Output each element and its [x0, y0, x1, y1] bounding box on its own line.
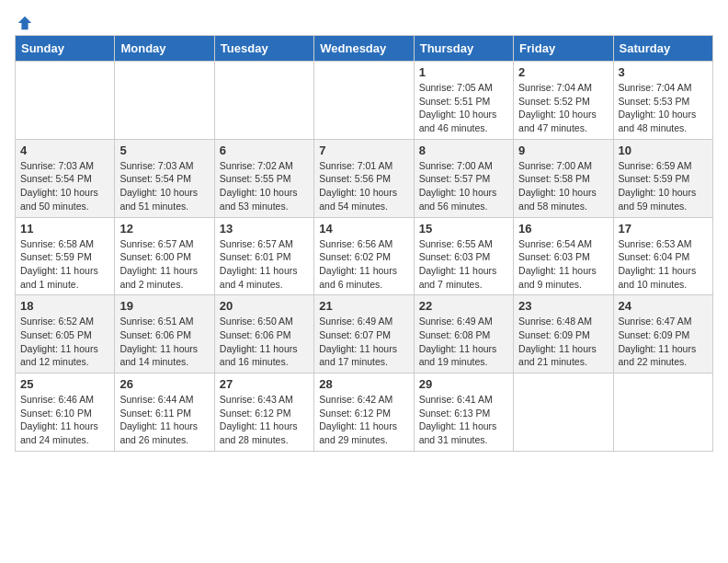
day-info: Sunrise: 6:41 AM Sunset: 6:13 PM Dayligh…: [419, 393, 508, 447]
day-number: 28: [319, 377, 408, 391]
day-info: Sunrise: 6:49 AM Sunset: 6:08 PM Dayligh…: [419, 315, 508, 369]
calendar-day-cell: 17Sunrise: 6:53 AM Sunset: 6:04 PM Dayli…: [613, 217, 712, 295]
calendar-week-row: 4Sunrise: 7:03 AM Sunset: 5:54 PM Daylig…: [16, 139, 713, 217]
calendar-day-cell: 13Sunrise: 6:57 AM Sunset: 6:01 PM Dayli…: [214, 217, 313, 295]
calendar-day-cell: [514, 373, 613, 452]
day-number: 11: [20, 222, 109, 236]
calendar-week-row: 11Sunrise: 6:58 AM Sunset: 5:59 PM Dayli…: [16, 217, 713, 295]
calendar-day-cell: 27Sunrise: 6:43 AM Sunset: 6:12 PM Dayli…: [214, 373, 313, 452]
calendar-week-row: 18Sunrise: 6:52 AM Sunset: 6:05 PM Dayli…: [16, 295, 713, 373]
calendar-day-cell: 21Sunrise: 6:49 AM Sunset: 6:07 PM Dayli…: [314, 295, 414, 373]
day-info: Sunrise: 6:44 AM Sunset: 6:11 PM Dayligh…: [119, 393, 209, 447]
day-number: 4: [20, 144, 109, 157]
day-info: Sunrise: 7:00 AM Sunset: 5:58 PM Dayligh…: [518, 159, 608, 213]
day-number: 2: [518, 65, 608, 79]
day-number: 10: [619, 144, 708, 157]
day-info: Sunrise: 6:56 AM Sunset: 6:02 PM Dayligh…: [319, 237, 408, 292]
calendar-header-cell: Sunday: [16, 36, 115, 62]
calendar-day-cell: [613, 373, 712, 452]
day-number: 16: [518, 222, 608, 236]
calendar-header-cell: Friday: [514, 36, 613, 62]
calendar-header-cell: Tuesday: [214, 36, 313, 62]
calendar-header-row: SundayMondayTuesdayWednesdayThursdayFrid…: [16, 36, 713, 62]
day-number: 29: [419, 377, 508, 391]
day-info: Sunrise: 7:05 AM Sunset: 5:51 PM Dayligh…: [419, 81, 508, 135]
day-number: 3: [619, 65, 708, 79]
day-info: Sunrise: 6:53 AM Sunset: 6:04 PM Dayligh…: [619, 237, 708, 292]
calendar-body: 1Sunrise: 7:05 AM Sunset: 5:51 PM Daylig…: [16, 62, 713, 452]
day-info: Sunrise: 6:58 AM Sunset: 5:59 PM Dayligh…: [20, 237, 109, 292]
calendar-day-cell: [214, 62, 313, 140]
calendar-day-cell: 18Sunrise: 6:52 AM Sunset: 6:05 PM Dayli…: [16, 295, 115, 373]
calendar-table: SundayMondayTuesdayWednesdayThursdayFrid…: [15, 35, 713, 452]
day-info: Sunrise: 6:47 AM Sunset: 6:09 PM Dayligh…: [619, 315, 708, 369]
calendar-header-cell: Monday: [115, 36, 214, 62]
day-number: 20: [220, 299, 309, 313]
calendar-day-cell: 20Sunrise: 6:50 AM Sunset: 6:06 PM Dayli…: [214, 295, 313, 373]
day-info: Sunrise: 6:54 AM Sunset: 6:03 PM Dayligh…: [518, 237, 608, 292]
day-info: Sunrise: 7:04 AM Sunset: 5:53 PM Dayligh…: [619, 81, 708, 135]
logo: [15, 15, 33, 26]
calendar-day-cell: [314, 62, 414, 140]
day-number: 1: [419, 65, 508, 79]
day-info: Sunrise: 6:42 AM Sunset: 6:12 PM Dayligh…: [319, 393, 408, 447]
day-number: 22: [419, 299, 508, 313]
day-number: 25: [20, 377, 109, 391]
day-info: Sunrise: 6:50 AM Sunset: 6:06 PM Dayligh…: [220, 315, 309, 369]
day-number: 19: [119, 299, 209, 313]
page-header: [15, 15, 713, 26]
calendar-day-cell: 8Sunrise: 7:00 AM Sunset: 5:57 PM Daylig…: [414, 139, 513, 217]
calendar-day-cell: 28Sunrise: 6:42 AM Sunset: 6:12 PM Dayli…: [314, 373, 414, 452]
calendar-day-cell: [16, 62, 115, 140]
day-info: Sunrise: 6:51 AM Sunset: 6:06 PM Dayligh…: [119, 315, 209, 369]
calendar-day-cell: 9Sunrise: 7:00 AM Sunset: 5:58 PM Daylig…: [514, 139, 613, 217]
calendar-day-cell: 4Sunrise: 7:03 AM Sunset: 5:54 PM Daylig…: [16, 139, 115, 217]
calendar-day-cell: 25Sunrise: 6:46 AM Sunset: 6:10 PM Dayli…: [16, 373, 115, 452]
calendar-week-row: 1Sunrise: 7:05 AM Sunset: 5:51 PM Daylig…: [16, 62, 713, 140]
day-number: 17: [619, 222, 708, 236]
calendar-day-cell: 7Sunrise: 7:01 AM Sunset: 5:56 PM Daylig…: [314, 139, 414, 217]
calendar-day-cell: 12Sunrise: 6:57 AM Sunset: 6:00 PM Dayli…: [115, 217, 214, 295]
calendar-day-cell: 23Sunrise: 6:48 AM Sunset: 6:09 PM Dayli…: [514, 295, 613, 373]
day-number: 8: [419, 144, 508, 157]
day-info: Sunrise: 6:55 AM Sunset: 6:03 PM Dayligh…: [419, 237, 508, 292]
calendar-day-cell: 6Sunrise: 7:02 AM Sunset: 5:55 PM Daylig…: [214, 139, 313, 217]
calendar-day-cell: 2Sunrise: 7:04 AM Sunset: 5:52 PM Daylig…: [514, 62, 613, 140]
calendar-header-cell: Thursday: [414, 36, 513, 62]
day-number: 9: [518, 144, 608, 157]
day-number: 12: [119, 222, 209, 236]
day-number: 26: [119, 377, 209, 391]
day-number: 24: [619, 299, 708, 313]
day-info: Sunrise: 6:46 AM Sunset: 6:10 PM Dayligh…: [20, 393, 109, 447]
calendar-day-cell: 15Sunrise: 6:55 AM Sunset: 6:03 PM Dayli…: [414, 217, 513, 295]
calendar-day-cell: 11Sunrise: 6:58 AM Sunset: 5:59 PM Dayli…: [16, 217, 115, 295]
calendar-day-cell: 24Sunrise: 6:47 AM Sunset: 6:09 PM Dayli…: [613, 295, 712, 373]
day-info: Sunrise: 6:48 AM Sunset: 6:09 PM Dayligh…: [518, 315, 608, 369]
calendar-day-cell: 26Sunrise: 6:44 AM Sunset: 6:11 PM Dayli…: [115, 373, 214, 452]
calendar-day-cell: 14Sunrise: 6:56 AM Sunset: 6:02 PM Dayli…: [314, 217, 414, 295]
day-number: 13: [220, 222, 309, 236]
day-info: Sunrise: 6:43 AM Sunset: 6:12 PM Dayligh…: [220, 393, 309, 447]
calendar-day-cell: 29Sunrise: 6:41 AM Sunset: 6:13 PM Dayli…: [414, 373, 513, 452]
day-number: 21: [319, 299, 408, 313]
calendar-week-row: 25Sunrise: 6:46 AM Sunset: 6:10 PM Dayli…: [16, 373, 713, 452]
logo-icon: [17, 15, 33, 31]
day-info: Sunrise: 6:59 AM Sunset: 5:59 PM Dayligh…: [619, 159, 708, 213]
day-info: Sunrise: 6:57 AM Sunset: 6:00 PM Dayligh…: [119, 237, 209, 292]
calendar-day-cell: 10Sunrise: 6:59 AM Sunset: 5:59 PM Dayli…: [613, 139, 712, 217]
day-number: 18: [20, 299, 109, 313]
calendar-day-cell: 16Sunrise: 6:54 AM Sunset: 6:03 PM Dayli…: [514, 217, 613, 295]
day-info: Sunrise: 6:57 AM Sunset: 6:01 PM Dayligh…: [220, 237, 309, 292]
day-info: Sunrise: 7:03 AM Sunset: 5:54 PM Dayligh…: [119, 159, 209, 213]
day-info: Sunrise: 6:49 AM Sunset: 6:07 PM Dayligh…: [319, 315, 408, 369]
day-number: 14: [319, 222, 408, 236]
svg-marker-0: [18, 17, 31, 29]
calendar-day-cell: 5Sunrise: 7:03 AM Sunset: 5:54 PM Daylig…: [115, 139, 214, 217]
day-number: 23: [518, 299, 608, 313]
day-info: Sunrise: 7:03 AM Sunset: 5:54 PM Dayligh…: [20, 159, 109, 213]
day-number: 7: [319, 144, 408, 157]
calendar-day-cell: 19Sunrise: 6:51 AM Sunset: 6:06 PM Dayli…: [115, 295, 214, 373]
day-info: Sunrise: 7:01 AM Sunset: 5:56 PM Dayligh…: [319, 159, 408, 213]
day-number: 5: [119, 144, 209, 157]
day-info: Sunrise: 6:52 AM Sunset: 6:05 PM Dayligh…: [20, 315, 109, 369]
